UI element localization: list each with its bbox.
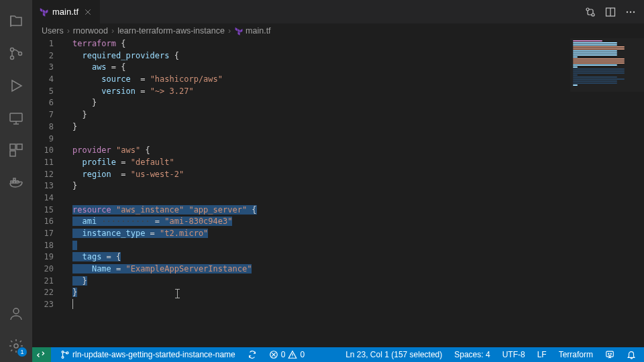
- settings-icon[interactable]: 1: [0, 330, 32, 362]
- svg-point-17: [630, 11, 631, 12]
- code-line[interactable]: }: [66, 287, 570, 299]
- svg-rect-6: [10, 151, 15, 156]
- chevron-right-icon: ›: [111, 26, 114, 36]
- extensions-icon[interactable]: [0, 134, 32, 166]
- code-line[interactable]: Name = "ExampleAppServerInstance": [66, 263, 570, 276]
- cursor-position[interactable]: Ln 23, Col 1 (157 selected): [343, 347, 445, 362]
- minimap[interactable]: [570, 38, 644, 347]
- svg-point-12: [14, 344, 18, 348]
- accounts-icon[interactable]: [0, 298, 32, 330]
- line-number: 6: [32, 97, 54, 109]
- warning-count: 0: [300, 350, 305, 359]
- run-debug-icon[interactable]: [0, 70, 32, 102]
- terraform-file-icon: [234, 27, 243, 36]
- notifications-icon[interactable]: [624, 347, 639, 362]
- breadcrumb-item[interactable]: main.tf: [234, 26, 271, 36]
- line-number: 5: [32, 86, 54, 98]
- line-number: 8: [32, 121, 54, 133]
- line-number: 9: [32, 133, 54, 145]
- line-number: 20: [32, 263, 54, 276]
- breadcrumb-filename: main.tf: [246, 26, 271, 36]
- code-line[interactable]: aws = {: [66, 62, 570, 74]
- docker-icon[interactable]: [0, 166, 32, 198]
- code-line[interactable]: provider "aws" {: [66, 145, 570, 157]
- svg-point-1: [11, 56, 14, 60]
- editor-actions: [577, 0, 644, 23]
- tab-main-tf[interactable]: main.tf: [32, 0, 101, 23]
- line-number: 10: [32, 145, 54, 157]
- line-number-gutter: 1234567891011121314151617181920212223: [32, 38, 66, 347]
- svg-point-20: [62, 357, 64, 359]
- code-line[interactable]: version = "~> 3.27": [66, 86, 570, 98]
- breadcrumb-item[interactable]: learn-terraform-aws-instance: [117, 26, 225, 36]
- branch-name: rln-update-aws-getting-started-instance-…: [72, 350, 235, 359]
- code-line[interactable]: [66, 299, 570, 311]
- line-number: 7: [32, 109, 54, 121]
- activity-bar: 1: [0, 0, 32, 362]
- code-line[interactable]: }: [66, 97, 570, 109]
- line-number: 14: [32, 192, 54, 204]
- line-number: 15: [32, 204, 54, 217]
- line-number: 3: [32, 62, 54, 74]
- svg-rect-4: [10, 144, 15, 149]
- compare-changes-icon[interactable]: [585, 7, 596, 17]
- terraform-file-icon: [39, 7, 48, 17]
- code-line[interactable]: }: [66, 180, 570, 192]
- code-line[interactable]: ami ·········· = "ami-830c94e3": [66, 216, 570, 228]
- svg-point-11: [13, 308, 19, 314]
- code-line[interactable]: tags = {: [66, 251, 570, 263]
- code-line[interactable]: region = "us-west-2": [66, 169, 570, 181]
- problems-status[interactable]: 0 0: [266, 347, 307, 362]
- svg-point-0: [11, 48, 14, 52]
- code-line[interactable]: }: [66, 276, 570, 288]
- line-number: 2: [32, 50, 54, 62]
- feedback-icon[interactable]: [602, 347, 617, 362]
- code-line[interactable]: [66, 133, 570, 145]
- code-line[interactable]: required_providers {: [66, 50, 570, 62]
- explorer-icon[interactable]: [0, 5, 32, 38]
- breadcrumb-item[interactable]: rnorwood: [73, 26, 108, 36]
- sync-status[interactable]: [245, 347, 260, 362]
- eol-status[interactable]: LF: [535, 347, 549, 362]
- remote-explorer-icon[interactable]: [0, 102, 32, 134]
- tab-close-icon[interactable]: [83, 7, 93, 17]
- tab-filename: main.tf: [52, 7, 78, 17]
- encoding-status[interactable]: UTF-8: [500, 347, 528, 362]
- status-bar: rln-update-aws-getting-started-instance-…: [32, 347, 644, 362]
- breadcrumbs: Users › rnorwood › learn-terraform-aws-i…: [32, 23, 644, 38]
- svg-point-18: [633, 11, 635, 12]
- code-editor[interactable]: 1234567891011121314151617181920212223 te…: [32, 38, 644, 347]
- chevron-right-icon: ›: [67, 26, 70, 36]
- code-line[interactable]: instance_type = "t2.micro": [66, 228, 570, 240]
- svg-rect-10: [13, 178, 15, 180]
- code-line[interactable]: }: [66, 109, 570, 121]
- breadcrumb-item[interactable]: Users: [42, 26, 64, 36]
- line-number: 12: [32, 169, 54, 181]
- error-count: 0: [281, 350, 286, 359]
- language-mode[interactable]: Terraform: [556, 347, 596, 362]
- code-line[interactable]: terraform {: [66, 38, 570, 50]
- code-line[interactable]: resource "aws_instance" "app_server" {: [66, 204, 570, 217]
- code-line[interactable]: }: [66, 121, 570, 133]
- source-control-icon[interactable]: [0, 38, 32, 70]
- line-number: 4: [32, 74, 54, 86]
- more-actions-icon[interactable]: [625, 7, 636, 17]
- svg-point-2: [19, 52, 22, 56]
- code-line[interactable]: [66, 192, 570, 204]
- code-content[interactable]: terraform { required_providers { aws = {…: [66, 38, 570, 347]
- code-line[interactable]: profile = "default": [66, 157, 570, 169]
- svg-point-13: [586, 8, 589, 11]
- git-branch-status[interactable]: rln-update-aws-getting-started-instance-…: [58, 347, 238, 362]
- code-line[interactable]: [66, 240, 570, 252]
- code-line[interactable]: source = "hashicorp/aws": [66, 74, 570, 86]
- indentation-status[interactable]: Spaces: 4: [451, 347, 492, 362]
- line-number: 16: [32, 216, 54, 228]
- line-number: 21: [32, 276, 54, 288]
- split-editor-icon[interactable]: [605, 7, 616, 17]
- minimap-slider[interactable]: [570, 38, 644, 92]
- svg-point-25: [610, 353, 611, 354]
- svg-rect-7: [11, 181, 13, 183]
- line-number: 11: [32, 157, 54, 169]
- remote-indicator[interactable]: [32, 347, 51, 362]
- svg-point-14: [592, 13, 594, 16]
